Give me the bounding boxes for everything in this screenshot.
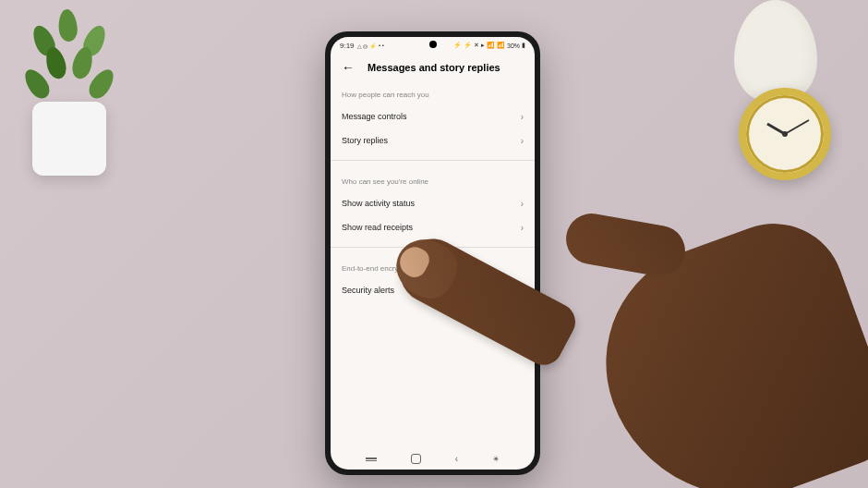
chevron-right-icon: › <box>521 112 524 122</box>
divider <box>331 247 535 248</box>
phone-screen: 9:19 △ ◎ ⚡ • • ⚡ ⚡ ✕ ▸ 📶 📶 30% ▮ ← Messa… <box>331 37 535 470</box>
setting-message-controls[interactable]: Message controls › <box>342 104 524 128</box>
setting-label: Show activity status <box>342 199 415 208</box>
camera-hole <box>429 41 437 48</box>
settings-body: How people can reach you Message control… <box>331 81 535 302</box>
setting-read-receipts[interactable]: Show read receipts › <box>342 215 524 239</box>
setting-label: Message controls <box>342 112 407 121</box>
nav-back-button[interactable]: ‹ <box>455 454 458 464</box>
section-label-encryption: End-to-end encryption <box>342 255 524 278</box>
setting-security-alerts[interactable]: Security alerts › <box>342 278 524 302</box>
setting-label: Security alerts <box>342 286 394 295</box>
status-notification-icons: △ ◎ ⚡ <box>357 43 376 49</box>
status-time: 9:19 <box>340 42 355 50</box>
app-header: ← Messages and story replies <box>331 54 535 81</box>
android-nav-bar: ‹ ✴ <box>331 447 535 470</box>
nav-recents-button[interactable] <box>366 458 377 459</box>
chevron-right-icon: › <box>521 223 524 233</box>
battery-icon: ▮ <box>522 42 525 49</box>
setting-label: Show read receipts <box>342 223 413 232</box>
clock-decoration <box>706 0 845 185</box>
status-dots: • • <box>379 43 384 48</box>
status-battery-percent: 30% <box>507 43 520 49</box>
section-label-reach: How people can reach you <box>342 81 524 104</box>
page-title: Messages and story replies <box>368 62 500 73</box>
chevron-right-icon: › <box>521 286 524 296</box>
nav-accessibility-button[interactable]: ✴ <box>492 454 500 464</box>
section-label-online: Who can see you're online <box>342 168 524 191</box>
plant-decoration <box>18 0 120 176</box>
nav-home-button[interactable] <box>411 454 421 464</box>
setting-label: Story replies <box>342 136 388 145</box>
chevron-right-icon: › <box>521 199 524 209</box>
status-system-icons: ⚡ ⚡ ✕ ▸ 📶 📶 <box>453 42 505 49</box>
phone-device: 9:19 △ ◎ ⚡ • • ⚡ ⚡ ✕ ▸ 📶 📶 30% ▮ ← Messa… <box>325 31 540 475</box>
status-bar: 9:19 △ ◎ ⚡ • • ⚡ ⚡ ✕ ▸ 📶 📶 30% ▮ <box>331 37 535 54</box>
chevron-right-icon: › <box>521 136 524 146</box>
setting-story-replies[interactable]: Story replies › <box>342 128 524 152</box>
back-arrow-icon[interactable]: ← <box>342 60 355 75</box>
divider <box>331 160 535 161</box>
setting-activity-status[interactable]: Show activity status › <box>342 191 524 215</box>
